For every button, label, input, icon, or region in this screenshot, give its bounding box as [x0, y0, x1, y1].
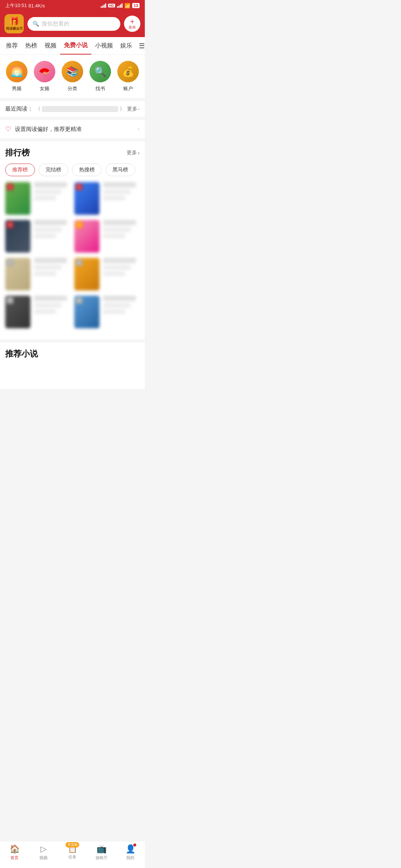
header: 🎁 阅读赚金币 🔍 搜你想看的 ＋ 发布: [0, 11, 145, 37]
category-classify[interactable]: 📚 分类: [62, 61, 83, 92]
account-label: 账户: [123, 85, 133, 92]
book-item-5[interactable]: 5: [5, 258, 71, 290]
wifi-icon: 📶: [124, 3, 130, 9]
category-female[interactable]: 🪭 女频: [34, 61, 55, 92]
book-info-1: [34, 182, 71, 202]
book-meta-7: [103, 227, 131, 232]
rankings-title: 排行榜: [5, 147, 30, 158]
book-item-1[interactable]: 1: [5, 182, 71, 215]
book-meta-15: [103, 303, 131, 308]
rank-badge-2: 2: [76, 184, 82, 190]
nav-tabs: 推荐 热榜 视频 免费小说 小视频 娱乐 ☰: [0, 37, 145, 55]
filter-complete[interactable]: 完结榜: [39, 164, 68, 176]
female-label: 女频: [40, 85, 49, 92]
rankings-more-chevron: ›: [138, 150, 140, 156]
book-cover-6: 6: [74, 258, 100, 290]
rankings-header: 排行榜 更多 ›: [5, 147, 140, 158]
classify-label: 分类: [68, 85, 77, 92]
rank-badge-8: 8: [76, 297, 82, 304]
book-item-3[interactable]: 3: [5, 220, 71, 253]
rank-badge-5: 5: [7, 259, 13, 266]
book-meta-11: [103, 265, 131, 270]
findbook-label: 找书: [95, 85, 105, 92]
book-cover-4: 4: [74, 220, 100, 253]
male-icon: 🌅: [6, 61, 27, 82]
search-bar[interactable]: 🔍 搜你想看的: [27, 17, 120, 31]
book-title-6: [103, 258, 136, 263]
rankings-more-button[interactable]: 更多 ›: [127, 149, 140, 156]
category-account[interactable]: 💰 账户: [117, 61, 139, 92]
tab-short-video[interactable]: 小视频: [91, 37, 117, 54]
book-item-2[interactable]: 2: [74, 182, 140, 215]
chevron-right-icon: ›: [138, 106, 140, 112]
hd-badge: HD: [108, 4, 115, 7]
tab-video[interactable]: 视频: [41, 37, 60, 54]
book-meta-4: [103, 196, 125, 200]
book-meta-12: [103, 272, 125, 276]
heart-icon: ♡: [5, 125, 11, 133]
category-grid: 🌅 男频 🪭 女频 📚 分类 🔍 找书 💰 账户: [3, 61, 142, 92]
book-title-2: [103, 182, 136, 187]
female-icon: 🪭: [34, 61, 55, 82]
tab-recommend[interactable]: 推荐: [2, 37, 22, 54]
book-meta-16: [103, 309, 125, 314]
preference-banner[interactable]: ♡ 设置阅读偏好，推荐更精准 ›: [0, 120, 145, 138]
category-findbook[interactable]: 🔍 找书: [89, 61, 111, 92]
tab-entertainment[interactable]: 娱乐: [117, 37, 136, 54]
preference-text: 设置阅读偏好，推荐更精准: [15, 126, 134, 133]
book-info-7: [34, 296, 71, 316]
rank-badge-3: 3: [7, 221, 13, 228]
recent-reading-section: 最近阅读： 《 》 更多 ›: [0, 101, 145, 117]
rank-badge-4: 4: [76, 221, 82, 228]
book-title-5: [34, 258, 67, 263]
more-button[interactable]: 更多 ›: [127, 106, 140, 112]
battery-icon: 13: [132, 3, 140, 8]
book-row-1: 1 2: [5, 182, 140, 215]
preference-arrow-icon: ›: [138, 126, 140, 132]
logo-icon: 🎁: [9, 17, 19, 26]
filter-recommend[interactable]: 推荐榜: [5, 164, 35, 176]
search-input[interactable]: 搜你想看的: [42, 20, 69, 27]
book-row-4: 7 8: [5, 296, 140, 328]
category-male[interactable]: 🌅 男频: [6, 61, 27, 92]
book-cover-8: 8: [74, 296, 100, 328]
menu-icon[interactable]: ☰: [136, 37, 145, 55]
recent-book[interactable]: 《 》: [35, 106, 125, 112]
filter-dark-horse[interactable]: 黑马榜: [105, 164, 135, 176]
book-item-8[interactable]: 8: [74, 296, 140, 328]
recent-label: 最近阅读：: [5, 105, 33, 112]
book-meta-3: [103, 190, 131, 194]
book-info-8: [103, 296, 140, 316]
book-title-1: [34, 182, 67, 187]
more-label: 更多: [127, 106, 137, 112]
filter-tabs: 推荐榜 完结榜 热搜榜 黑马榜: [5, 164, 140, 176]
book-item-6[interactable]: 6: [74, 258, 140, 290]
publish-button[interactable]: ＋ 发布: [124, 16, 140, 32]
book-title-8: [103, 296, 136, 301]
tab-hot[interactable]: 热榜: [22, 37, 41, 54]
recommend-title: 推荐小说: [5, 349, 38, 358]
status-time: 上午10:51: [5, 2, 27, 9]
tab-free-novel[interactable]: 免费小说: [60, 37, 91, 55]
recommend-section-partial: 推荐小说: [0, 342, 145, 389]
book-meta-8: [103, 234, 125, 238]
status-right: HD 📶 13: [101, 3, 140, 9]
search-icon: 🔍: [33, 21, 39, 27]
status-bar: 上午10:51 81.4K/s HD 📶 13: [0, 0, 145, 11]
book-row-3: 5 6: [5, 258, 140, 290]
book-meta-9: [34, 265, 62, 270]
rank-badge-7: 7: [7, 297, 13, 304]
network-speed: 81.4K/s: [29, 3, 45, 9]
book-cover-2: 2: [74, 182, 100, 215]
publish-label: 发布: [128, 25, 136, 30]
book-meta-6: [34, 234, 56, 238]
book-meta-1: [34, 190, 62, 194]
logo-button[interactable]: 🎁 阅读赚金币: [4, 14, 24, 33]
book-item-7[interactable]: 7: [5, 296, 71, 328]
filter-hot-search[interactable]: 热搜榜: [72, 164, 102, 176]
book-info-5: [34, 258, 71, 278]
signal-icon-2: [117, 3, 123, 8]
book-item-4[interactable]: 4: [74, 220, 140, 253]
plus-icon: ＋: [128, 17, 136, 25]
signal-icon: [101, 3, 106, 8]
